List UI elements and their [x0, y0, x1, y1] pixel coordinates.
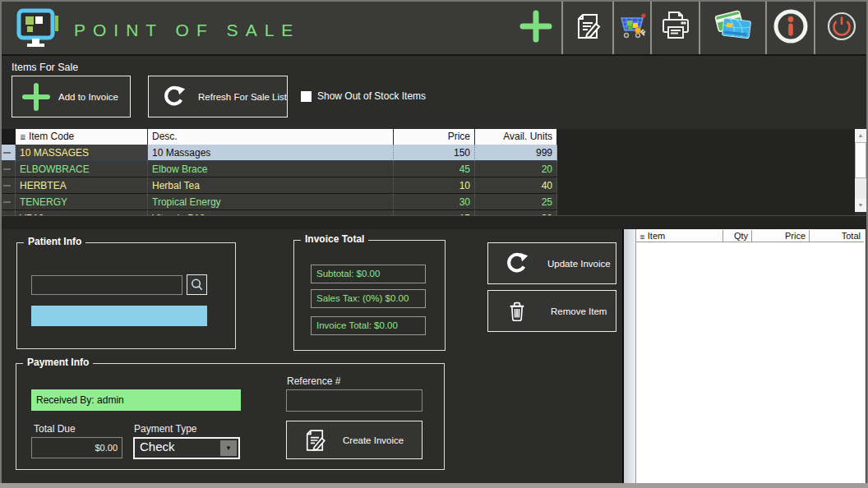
- shopping-cart-button[interactable]: [614, 2, 650, 54]
- payment-type-label: Payment Type: [134, 423, 197, 435]
- scroll-down-arrow-icon[interactable]: ▼: [855, 199, 866, 212]
- refresh-icon: [160, 84, 187, 110]
- plus-icon: [22, 83, 50, 111]
- reference-label: Reference #: [287, 375, 340, 387]
- total-due-label: Total Due: [34, 423, 76, 435]
- total-due-field[interactable]: $0.00: [31, 437, 122, 458]
- refresh-icon: [503, 251, 529, 277]
- printer-button[interactable]: [652, 2, 699, 54]
- cell-item-code[interactable]: ELBOWBRACE: [16, 161, 148, 177]
- payment-info-title: Payment Info: [23, 357, 93, 368]
- table-row[interactable]: 10 MASSAGES 10 Massages 150 999: [2, 145, 557, 161]
- cell-desc[interactable]: Herbal Tea: [148, 177, 394, 194]
- reference-input[interactable]: [286, 389, 422, 412]
- cell-item-code[interactable]: 10 MASSAGES: [16, 145, 148, 161]
- invoice-total-groupbox: Invoice Total Subtotal: $0.00 Sales Tax:…: [293, 240, 446, 351]
- power-icon: [824, 8, 860, 48]
- invoice-total-title: Invoice Total: [301, 233, 368, 245]
- search-icon: [189, 277, 205, 292]
- payment-cards-icon: [712, 8, 755, 48]
- add-button[interactable]: [510, 2, 561, 54]
- table-row[interactable]: HERBTEA Herbal Tea 10 40: [2, 177, 557, 194]
- update-invoice-button[interactable]: Update Invoice: [487, 242, 616, 284]
- payment-cards-button[interactable]: [700, 2, 765, 54]
- show-out-of-stock-label: Show Out of Stock Items: [317, 90, 426, 102]
- cell-units[interactable]: 40: [475, 177, 557, 194]
- cell-units[interactable]: 20: [475, 161, 557, 177]
- row-header-cell[interactable]: [2, 145, 16, 161]
- create-invoice-label: Create Invoice: [343, 435, 404, 445]
- scrollbar-thumb[interactable]: [855, 142, 866, 178]
- invoice-items-panel: ≣ Item Qty Price Total: [622, 229, 866, 483]
- create-invoice-button[interactable]: Create Invoice: [286, 421, 422, 459]
- patient-info-groupbox: Patient Info: [16, 242, 236, 349]
- remove-item-button[interactable]: Remove Item: [487, 290, 616, 332]
- patient-name-bar: [31, 306, 207, 326]
- add-to-invoice-label: Add to Invoice: [58, 92, 118, 102]
- refresh-for-sale-list-button[interactable]: Refresh For Sale List: [148, 76, 288, 117]
- invoice-column-item[interactable]: ≣ Item: [636, 230, 723, 242]
- power-button[interactable]: [815, 2, 868, 54]
- chevron-down-icon[interactable]: ▼: [220, 440, 237, 456]
- edit-invoice-button[interactable]: [563, 2, 612, 54]
- refresh-label: Refresh For Sale List: [198, 92, 287, 102]
- app-title: POINT OF SALE: [74, 21, 300, 40]
- cell-desc[interactable]: Tropical Energy: [148, 194, 394, 210]
- window-border: [0, 483, 868, 488]
- window-border: [0, 0, 868, 2]
- edit-invoice-icon: [572, 11, 603, 45]
- row-header-cell[interactable]: [2, 161, 16, 177]
- window-border: [0, 0, 2, 488]
- grid-corner-cell: [2, 129, 16, 145]
- grid-header-row: ≣ Item Code Desc. Price Avail. Units: [2, 129, 557, 145]
- subtotal-value: Subtotal: $0.00: [311, 265, 426, 283]
- sales-tax-value: Sales Tax: (0%) $0.00: [311, 289, 426, 308]
- grid-vertical-scrollbar[interactable]: ▲ ▼: [855, 129, 866, 212]
- trash-icon: [505, 299, 529, 324]
- patient-search-button[interactable]: [187, 274, 207, 295]
- payment-type-select[interactable]: Check ▼: [133, 437, 240, 459]
- column-header-item-code[interactable]: ≣ Item Code: [16, 129, 148, 145]
- scroll-up-arrow-icon[interactable]: ▲: [855, 129, 866, 142]
- app-logo-monitor-icon: [16, 8, 61, 54]
- pos-window: POINT OF SALE: [0, 0, 868, 488]
- cell-item-code[interactable]: HERBTEA: [16, 177, 148, 194]
- cell-price[interactable]: 150: [394, 145, 475, 161]
- add-icon: [519, 9, 553, 47]
- shopping-cart-icon: [616, 11, 648, 45]
- create-invoice-icon: [302, 427, 328, 453]
- column-header-desc[interactable]: Desc.: [148, 129, 394, 145]
- cell-price[interactable]: 45: [394, 161, 475, 177]
- add-to-invoice-button[interactable]: Add to Invoice: [12, 76, 131, 117]
- cell-units[interactable]: 25: [475, 194, 557, 210]
- info-icon: [772, 7, 810, 48]
- row-header-cell[interactable]: [2, 194, 16, 210]
- table-row[interactable]: TENERGY Tropical Energy 30 25: [2, 194, 557, 210]
- cell-units[interactable]: 999: [475, 145, 557, 161]
- row-header-cell[interactable]: [2, 177, 16, 194]
- printer-icon: [658, 9, 693, 47]
- column-header-avail-units[interactable]: Avail. Units: [475, 129, 557, 145]
- invoice-column-total[interactable]: Total: [810, 230, 864, 242]
- remove-item-label: Remove Item: [551, 306, 607, 316]
- table-row[interactable]: ELBOWBRACE Elbow Brace 45 20: [2, 161, 557, 177]
- update-invoice-label: Update Invoice: [547, 259, 611, 269]
- column-header-price[interactable]: Price: [394, 129, 475, 145]
- cell-desc[interactable]: 10 Massages: [148, 145, 394, 161]
- info-button[interactable]: [767, 2, 814, 54]
- section-divider: [2, 215, 866, 229]
- payment-type-value: Check: [140, 440, 175, 453]
- invoice-row-header-strip: [624, 229, 636, 483]
- show-out-of-stock-checkbox[interactable]: [301, 91, 312, 102]
- cell-price[interactable]: 10: [394, 177, 475, 194]
- invoice-total-value: Invoice Total: $0.00: [311, 316, 426, 335]
- items-for-sale-grid: ≣ Item Code Desc. Price Avail. Units 10 …: [2, 129, 855, 215]
- cell-price[interactable]: 30: [394, 194, 475, 210]
- cell-item-code[interactable]: TENERGY: [16, 194, 148, 210]
- payment-info-groupbox: Payment Info Received By: admin Referenc…: [16, 363, 445, 470]
- patient-search-input[interactable]: [31, 275, 182, 295]
- invoice-column-qty[interactable]: Qty: [723, 230, 752, 242]
- cell-desc[interactable]: Elbow Brace: [148, 161, 394, 177]
- header-bar: POINT OF SALE: [2, 2, 866, 56]
- invoice-column-price[interactable]: Price: [752, 230, 810, 242]
